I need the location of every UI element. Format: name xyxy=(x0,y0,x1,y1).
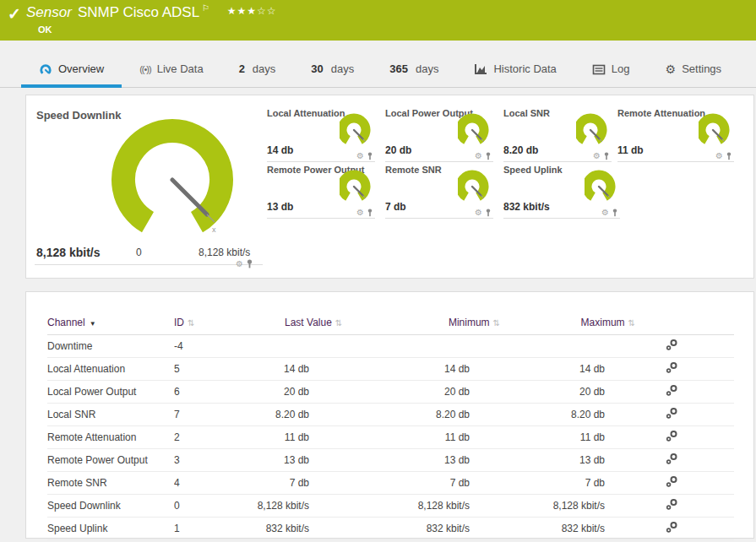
channel-maximum xyxy=(470,334,605,357)
small-gauge-cell: Speed Uplink832 kbit/s⚙ xyxy=(503,163,620,219)
tab-label: days xyxy=(331,52,354,86)
pin-icon[interactable] xyxy=(612,209,618,217)
channel-settings-button[interactable] xyxy=(666,384,678,399)
gauge-settings-gear-icon[interactable]: ⚙ xyxy=(475,209,482,217)
gauge-settings-gear-icon[interactable]: ⚙ xyxy=(356,209,364,217)
gauge-settings-gear-icon[interactable]: ⚙ xyxy=(715,152,723,160)
tab-365-days[interactable]: 365days xyxy=(372,51,456,87)
channel-settings-button[interactable] xyxy=(666,453,678,468)
channel-id: 0 xyxy=(174,494,254,517)
tab-30-days[interactable]: 30days xyxy=(293,51,372,87)
tab-settings[interactable]: ⚙ Settings xyxy=(648,51,740,87)
flag-icon[interactable]: ⚐ xyxy=(202,3,209,13)
channel-settings-button[interactable] xyxy=(666,521,678,536)
stars-filled: ★★★ xyxy=(227,5,257,17)
gear-icon: ⚙ xyxy=(666,52,677,86)
pin-icon[interactable] xyxy=(367,209,373,217)
gauge-value: 7 db xyxy=(385,201,406,213)
tab-historic-data[interactable]: Historic Data xyxy=(456,51,574,87)
channel-name: Remote Attenuation xyxy=(47,425,174,448)
channel-gear-icon xyxy=(666,453,678,465)
tab-overview[interactable]: Overview xyxy=(21,51,122,87)
small-gauge-cell: Local SNR8.20 db⚙ xyxy=(503,106,612,162)
pin-icon[interactable] xyxy=(603,152,610,160)
channel-minimum: 14 db xyxy=(309,357,470,380)
gauge-settings-gear-icon[interactable]: ⚙ xyxy=(356,152,364,160)
gauge-icons: ⚙ xyxy=(593,152,610,160)
gauge-settings-gear-icon[interactable]: ⚙ xyxy=(601,209,609,217)
channel-settings-button[interactable] xyxy=(666,339,678,354)
tab-2-days[interactable]: 2days xyxy=(221,51,294,87)
ok-check-icon: ✓ xyxy=(8,4,21,24)
table-row: Local Attenuation514 db14 db14 db xyxy=(47,357,734,380)
channel-name: Remote SNR xyxy=(47,471,174,494)
channel-last-value xyxy=(254,334,309,357)
channel-minimum: 8.20 db xyxy=(309,403,470,425)
column-label: Channel xyxy=(47,317,85,328)
channel-maximum: 8,128 kbit/s xyxy=(470,494,605,517)
channel-minimum: 7 db xyxy=(309,471,470,494)
gauge-settings-gear-icon[interactable]: ⚙ xyxy=(475,152,482,160)
channel-settings-button[interactable] xyxy=(666,498,678,513)
sort-desc-icon: ▼ xyxy=(90,320,96,328)
column-label: Maximum xyxy=(581,317,625,328)
table-row: Local Power Output620 db20 db20 db xyxy=(47,380,734,403)
channel-id: -4 xyxy=(174,334,254,357)
table-header-row: Channel▼ ID⇅ Last Value⇅ Minimum⇅ Maximu… xyxy=(47,311,734,334)
channel-gear-icon xyxy=(666,339,678,351)
channel-table-panel: Channel▼ ID⇅ Last Value⇅ Minimum⇅ Maximu… xyxy=(25,291,754,539)
channel-settings-button[interactable] xyxy=(666,430,678,445)
table-row: Speed Uplink1832 kbit/s832 kbit/s832 kbi… xyxy=(47,517,734,539)
pin-icon[interactable] xyxy=(485,209,492,217)
pin-icon[interactable] xyxy=(485,152,492,160)
priority-stars[interactable]: ★★★☆☆ xyxy=(227,5,277,17)
channel-id: 1 xyxy=(174,517,254,539)
channel-minimum: 20 db xyxy=(309,380,470,403)
channel-last-value: 8.20 db xyxy=(254,403,309,425)
stars-empty: ☆☆ xyxy=(257,5,277,17)
small-gauge-cell: Local Attenuation14 db⚙ xyxy=(267,106,375,162)
sensor-status-banner: ✓ SensorSNMP Cisco ADSL⚐ ★★★☆☆ OK xyxy=(0,0,756,41)
channel-settings-button[interactable] xyxy=(666,361,678,377)
pin-icon[interactable] xyxy=(726,152,732,160)
sort-icon: ⇅ xyxy=(335,318,342,328)
tab-log[interactable]: Log xyxy=(574,51,648,87)
channel-name: Local Power Output xyxy=(47,380,174,403)
table-row: Speed Downlink08,128 kbit/s8,128 kbit/s8… xyxy=(47,494,734,517)
column-header-id[interactable]: ID⇅ xyxy=(174,311,254,334)
channel-settings-button[interactable] xyxy=(666,475,678,491)
log-icon xyxy=(592,64,606,75)
gauge-dial xyxy=(340,113,375,147)
channel-maximum: 20 db xyxy=(470,380,605,403)
tab-live-data[interactable]: ((•)) Live Data xyxy=(122,51,220,87)
channel-minimum xyxy=(309,334,470,357)
tab-days-number: 2 xyxy=(239,52,245,86)
tab-days-number: 30 xyxy=(311,52,323,86)
gauge-settings-gear-icon[interactable]: ⚙ xyxy=(593,152,601,160)
channel-minimum: 8,128 kbit/s xyxy=(309,494,470,517)
channel-settings-button[interactable] xyxy=(666,407,678,422)
column-header-last-value[interactable]: Last Value⇅ xyxy=(254,311,309,334)
needle-marker: x xyxy=(212,225,216,234)
column-header-channel[interactable]: Channel▼ xyxy=(47,311,174,334)
channel-minimum: 11 db xyxy=(309,425,470,448)
live-data-icon: ((•)) xyxy=(139,52,151,86)
table-row: Remote Attenuation211 db11 db11 db xyxy=(47,425,734,448)
pin-icon[interactable] xyxy=(367,152,373,160)
tab-days-number: 365 xyxy=(389,52,408,86)
tab-label: Settings xyxy=(682,52,721,86)
primary-gauge-value: 8,128 kbit/s xyxy=(36,246,101,259)
primary-gauge-dial: x xyxy=(101,116,246,242)
gauge-icons: ⚙ xyxy=(715,152,732,160)
pin-icon[interactable] xyxy=(246,259,253,268)
table-row: Remote Power Output313 db13 db13 db xyxy=(47,448,734,471)
tab-bar: Overview ((•)) Live Data 2days 30days 36… xyxy=(0,41,756,88)
channel-maximum: 8.20 db xyxy=(470,403,605,425)
gauge-settings-gear-icon[interactable]: ⚙ xyxy=(236,260,243,268)
primary-gauge-icons: ⚙ xyxy=(236,251,752,277)
small-gauge-cell: Remote SNR7 db⚙ xyxy=(385,163,493,219)
channel-gear-icon xyxy=(666,361,678,374)
channel-last-value: 13 db xyxy=(254,448,309,471)
sensor-title-line: SensorSNMP Cisco ADSL⚐ ★★★☆☆ xyxy=(26,3,277,21)
channel-gear-icon xyxy=(666,498,678,511)
